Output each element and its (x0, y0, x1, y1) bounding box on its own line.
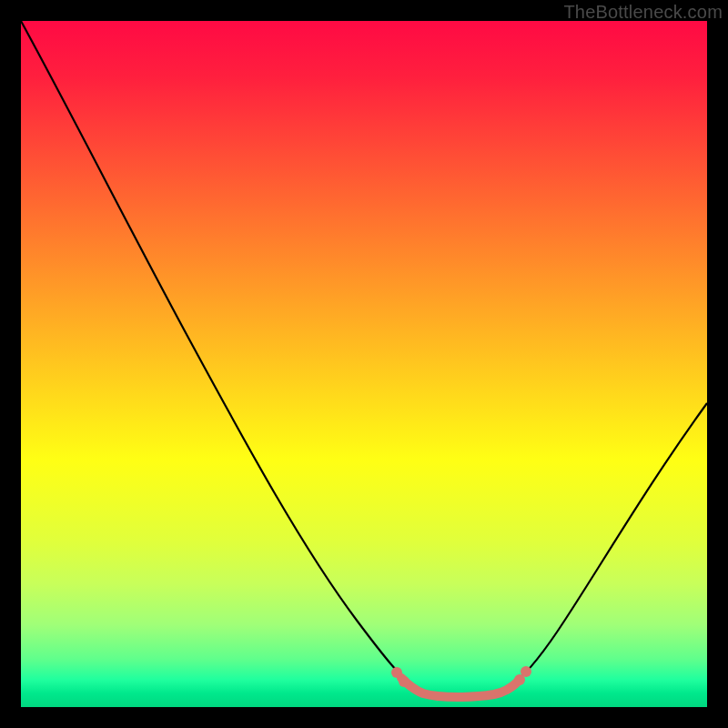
bottleneck-curve (21, 21, 707, 696)
plot-area (21, 21, 707, 707)
chart-frame: TheBottleneck.com (0, 0, 728, 728)
highlight-dot (399, 676, 410, 687)
watermark-label: TheBottleneck.com (563, 2, 723, 23)
chart-svg (21, 21, 707, 707)
highlight-dot (391, 667, 402, 678)
optimal-zone-band (401, 678, 518, 697)
highlight-dot (521, 666, 531, 677)
